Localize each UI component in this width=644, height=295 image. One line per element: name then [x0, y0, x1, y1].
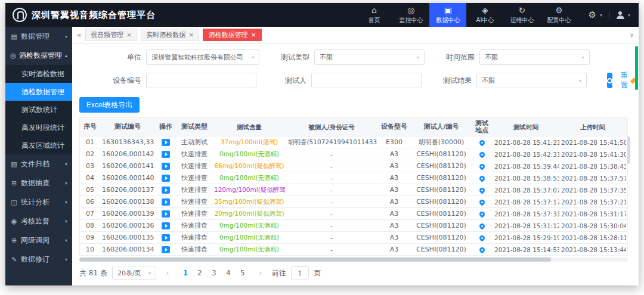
- nav-ai-center[interactable]: ◈ AI中心: [466, 3, 503, 27]
- table-row[interactable]: 08 160206,000136 快速排查 0mg/100ml(无酒精) - A…: [80, 219, 627, 231]
- next-page-button[interactable]: ›: [254, 266, 267, 280]
- sidebar-item-file-archive[interactable]: ▧ 文件归档 ▾: [5, 154, 72, 173]
- device-no-input[interactable]: [146, 73, 256, 88]
- tab-av-management[interactable]: 视音频管理 ×: [85, 29, 137, 41]
- sidebar-item-realtime-alcohol-data[interactable]: 实时酒检数据: [5, 65, 72, 83]
- tab-alcohol-data-management[interactable]: 酒检数据管理 ×: [203, 29, 261, 41]
- table-row[interactable]: 06 160206,000138 快速排查 35mg/100ml(疑似酒驾) -…: [80, 195, 627, 207]
- location-pin-icon[interactable]: [478, 234, 486, 241]
- nav-data-center[interactable]: ▣ 数据中心: [429, 3, 466, 27]
- chevron-down-icon: ▾: [417, 55, 419, 60]
- video-record-icon[interactable]: [162, 163, 170, 170]
- tab-realtime-alcohol-data[interactable]: 实时酒检数据 ×: [141, 29, 199, 41]
- sidebar-item-network-retrieval[interactable]: ⊕ 网级调阅 ▾: [5, 231, 72, 250]
- video-record-icon[interactable]: [162, 151, 170, 158]
- horizontal-scrollbar-thumb[interactable]: [79, 257, 551, 262]
- time-range-select[interactable]: 不限 ▾: [479, 49, 590, 65]
- nav-config-center[interactable]: ⚙ 配置中心: [540, 3, 577, 27]
- video-record-icon[interactable]: [162, 234, 170, 241]
- page-button-2[interactable]: 2: [193, 266, 206, 280]
- cell-test-time: 2021-08-28 15:37:31: [493, 210, 559, 218]
- sidebar-item-data-management[interactable]: ▤ 数据管理 ▾: [5, 27, 72, 46]
- gear-icon[interactable]: ⚙: [588, 10, 596, 20]
- cell-subject-id: 胡明喜(510724199410114335): [286, 138, 377, 147]
- table-vertical-scrollbar[interactable]: [627, 136, 630, 164]
- table-row[interactable]: 02 160206,000142 快速排查 0mg/100ml(无酒精) - A…: [80, 148, 627, 160]
- cell-operation: [155, 162, 177, 170]
- filter-device-no: 设备编号: [107, 73, 256, 88]
- nav-ops-center[interactable]: ↻ 运维中心: [503, 3, 540, 27]
- sidebar-item-assessment[interactable]: ◉ 考核监督 ▾: [5, 212, 72, 231]
- table-row[interactable]: 07 160206,000139 快速排查 20mg/100ml(疑似酒驾) -…: [80, 207, 627, 219]
- tab-close-icon[interactable]: ×: [188, 31, 194, 39]
- prev-page-button[interactable]: ‹: [161, 266, 174, 280]
- table-row[interactable]: 03 160206,000141 快速排查 66mg/100ml(疑似醉驾) -…: [80, 160, 627, 172]
- tab-close-icon[interactable]: ×: [126, 31, 132, 39]
- location-pin-icon[interactable]: [478, 187, 486, 194]
- cell-upload-time: 2021-08-28 15:37:35: [559, 187, 626, 194]
- table-row[interactable]: 10 160206,000134 快速排查 0mg/100ml(无酒精) - A…: [80, 243, 627, 255]
- table-row[interactable]: 09 160206,000135 快速排查 0mg/100ml(无酒精) - A…: [80, 231, 627, 243]
- result-label: 测试结果: [437, 76, 472, 86]
- user-icon[interactable]: [617, 11, 624, 19]
- sidebar-item-peak-time-stats[interactable]: 高发时段统计: [5, 119, 72, 136]
- sidebar-item-data-spotcheck[interactable]: ⊞ 数据抽查 ▾: [5, 173, 72, 192]
- search-button[interactable]: [607, 73, 612, 88]
- column-header: 测试编号: [100, 123, 155, 131]
- location-pin-icon[interactable]: [478, 198, 486, 206]
- video-record-icon[interactable]: [162, 187, 170, 194]
- sidebar-item-data-revision[interactable]: ✎ 数据修订 ▾: [5, 250, 72, 269]
- edit-icon: ✎: [10, 256, 18, 263]
- nav-home[interactable]: ⌂ 首页: [355, 3, 392, 27]
- cell-device-model: A3: [377, 246, 411, 253]
- video-record-icon[interactable]: [162, 222, 170, 229]
- table-body: 01 1630136343,33 主动测试 37mg/100ml(酒驾) 胡明喜…: [80, 136, 627, 255]
- goto-page-input[interactable]: [291, 266, 309, 280]
- page-button-1[interactable]: 1: [179, 266, 192, 280]
- video-record-icon[interactable]: [162, 139, 170, 146]
- page-button-5[interactable]: 5: [236, 266, 249, 280]
- cell-test-time: 2021-08-28 15:41:21: [493, 139, 559, 146]
- location-pin-icon[interactable]: [478, 151, 486, 158]
- collapse-tabs-icon[interactable]: «: [77, 30, 82, 39]
- page-button-3[interactable]: 3: [208, 266, 221, 280]
- page-button-4[interactable]: 4: [222, 266, 235, 280]
- sidebar-item-peak-region-stats[interactable]: 高发区域统计: [5, 136, 72, 154]
- sidebar-item-alcohol-data-mgmt[interactable]: 酒检数据管理: [5, 83, 72, 101]
- chevron-down-icon: ▾: [65, 219, 67, 224]
- page-vertical-scrollbar[interactable]: [635, 46, 638, 90]
- location-pin-icon[interactable]: [478, 163, 486, 170]
- tester-input[interactable]: [311, 73, 422, 88]
- location-pin-icon[interactable]: [478, 175, 486, 182]
- tab-close-icon[interactable]: ×: [250, 31, 256, 39]
- video-record-icon[interactable]: [162, 198, 170, 206]
- location-pin-icon[interactable]: [478, 222, 486, 229]
- sidebar-subitem-label: 高发时段统计: [21, 123, 64, 133]
- page-size-select[interactable]: 20条/页 ▾: [112, 266, 156, 280]
- cell-tester-no: CESHI(081120): [411, 246, 471, 253]
- video-record-icon[interactable]: [162, 210, 170, 218]
- column-header: 测试类型: [177, 123, 212, 131]
- excel-export-button[interactable]: Excel表格导出: [79, 97, 140, 113]
- location-pin-icon[interactable]: [478, 246, 486, 253]
- nav-monitor-center[interactable]: ◎ 监控中心: [392, 3, 429, 27]
- video-record-icon[interactable]: [162, 175, 170, 182]
- table-row[interactable]: 05 160206,000137 快速排查 120mg/100ml(疑似醉驾) …: [80, 184, 627, 195]
- result-select[interactable]: 不限 ▾: [476, 73, 587, 88]
- location-pin-icon[interactable]: [478, 139, 486, 146]
- table-row[interactable]: 04 160206,000140 快速排查 0mg/100ml(无酒精) - A…: [80, 172, 627, 184]
- unit-select[interactable]: 深圳警翼智能科技股份有限公司 ▾: [146, 49, 259, 65]
- test-type-select[interactable]: 不限 ▾: [314, 49, 425, 65]
- location-pin-icon[interactable]: [478, 210, 486, 218]
- table-row[interactable]: 01 1630136343,33 主动测试 37mg/100ml(酒驾) 胡明喜…: [80, 136, 627, 148]
- tab-options-dropdown-icon[interactable]: ∨: [630, 32, 634, 38]
- cell-test-type: 快速排查: [177, 197, 212, 206]
- video-record-icon[interactable]: [162, 246, 170, 253]
- chevron-down-icon: ▾: [65, 162, 67, 167]
- app-logo-icon: [13, 8, 27, 22]
- sidebar-item-alcohol-data-management[interactable]: ◎ 酒检数据管理 ▴: [5, 46, 72, 65]
- cell-test-location: [471, 174, 493, 182]
- reset-link[interactable]: 重置: [621, 70, 635, 91]
- sidebar-item-test-count-stats[interactable]: 测试数统计: [5, 101, 72, 119]
- sidebar-item-statistics[interactable]: ◫ 统计分析 ▾: [5, 192, 72, 212]
